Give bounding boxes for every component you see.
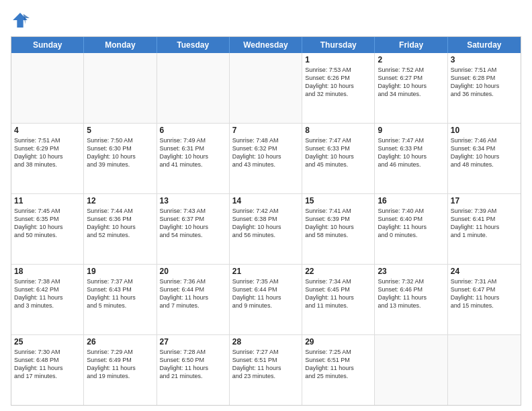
day-cell-18: 18Sunrise: 7:38 AM Sunset: 6:42 PM Dayli… [11, 265, 84, 334]
empty-cell-r4c6 [448, 335, 521, 405]
day-info: Sunrise: 7:32 AM Sunset: 6:46 PM Dayligh… [378, 277, 444, 310]
calendar-body: 1Sunrise: 7:53 AM Sunset: 6:26 PM Daylig… [11, 53, 521, 405]
day-cell-28: 28Sunrise: 7:27 AM Sunset: 6:51 PM Dayli… [230, 335, 302, 405]
day-info: Sunrise: 7:36 AM Sunset: 6:44 PM Dayligh… [160, 277, 226, 310]
weekday-header-wednesday: Wednesday [230, 37, 302, 53]
weekday-header-thursday: Thursday [302, 37, 375, 53]
empty-cell-r0c0 [11, 53, 84, 123]
empty-cell-r4c5 [375, 335, 447, 405]
calendar-row-1: 1Sunrise: 7:53 AM Sunset: 6:26 PM Daylig… [11, 53, 521, 124]
day-cell-23: 23Sunrise: 7:32 AM Sunset: 6:46 PM Dayli… [375, 265, 447, 334]
day-info: Sunrise: 7:53 AM Sunset: 6:26 PM Dayligh… [305, 66, 371, 99]
day-number: 7 [232, 126, 299, 135]
weekday-header-saturday: Saturday [448, 37, 521, 53]
day-cell-8: 8Sunrise: 7:47 AM Sunset: 6:33 PM Daylig… [302, 124, 375, 193]
day-info: Sunrise: 7:30 AM Sunset: 6:48 PM Dayligh… [14, 348, 81, 381]
day-cell-12: 12Sunrise: 7:44 AM Sunset: 6:36 PM Dayli… [84, 194, 157, 264]
day-number: 1 [305, 55, 371, 64]
calendar-row-3: 11Sunrise: 7:45 AM Sunset: 6:35 PM Dayli… [11, 194, 521, 265]
day-info: Sunrise: 7:29 AM Sunset: 6:49 PM Dayligh… [87, 348, 153, 381]
day-number: 24 [451, 267, 518, 276]
day-info: Sunrise: 7:28 AM Sunset: 6:50 PM Dayligh… [160, 348, 226, 381]
day-number: 18 [14, 267, 81, 276]
day-info: Sunrise: 7:51 AM Sunset: 6:28 PM Dayligh… [451, 66, 518, 99]
page: SundayMondayTuesdayWednesdayThursdayFrid… [0, 0, 532, 411]
day-info: Sunrise: 7:37 AM Sunset: 6:43 PM Dayligh… [87, 277, 153, 310]
day-number: 26 [87, 337, 153, 347]
day-info: Sunrise: 7:43 AM Sunset: 6:37 PM Dayligh… [160, 207, 226, 240]
day-cell-26: 26Sunrise: 7:29 AM Sunset: 6:49 PM Dayli… [84, 335, 157, 405]
day-info: Sunrise: 7:42 AM Sunset: 6:38 PM Dayligh… [232, 207, 299, 240]
day-number: 11 [14, 196, 81, 205]
day-cell-14: 14Sunrise: 7:42 AM Sunset: 6:38 PM Dayli… [230, 194, 302, 264]
day-cell-15: 15Sunrise: 7:41 AM Sunset: 6:39 PM Dayli… [302, 194, 375, 264]
weekday-header-tuesday: Tuesday [157, 37, 230, 53]
day-info: Sunrise: 7:45 AM Sunset: 6:35 PM Dayligh… [14, 207, 81, 240]
day-number: 28 [232, 337, 299, 347]
empty-cell-r0c1 [84, 53, 157, 123]
day-cell-11: 11Sunrise: 7:45 AM Sunset: 6:35 PM Dayli… [11, 194, 84, 264]
day-number: 21 [232, 267, 299, 276]
day-number: 8 [305, 126, 371, 135]
day-info: Sunrise: 7:34 AM Sunset: 6:45 PM Dayligh… [305, 277, 371, 310]
day-number: 27 [160, 337, 226, 347]
day-info: Sunrise: 7:35 AM Sunset: 6:44 PM Dayligh… [232, 277, 299, 310]
day-number: 16 [378, 196, 444, 205]
day-info: Sunrise: 7:40 AM Sunset: 6:40 PM Dayligh… [378, 207, 444, 240]
day-info: Sunrise: 7:47 AM Sunset: 6:33 PM Dayligh… [378, 136, 444, 169]
day-info: Sunrise: 7:50 AM Sunset: 6:30 PM Dayligh… [87, 136, 153, 169]
day-info: Sunrise: 7:52 AM Sunset: 6:27 PM Dayligh… [378, 66, 444, 99]
day-number: 4 [14, 126, 81, 135]
calendar-row-2: 4Sunrise: 7:51 AM Sunset: 6:29 PM Daylig… [11, 124, 521, 194]
day-info: Sunrise: 7:27 AM Sunset: 6:51 PM Dayligh… [232, 348, 299, 381]
calendar-header: SundayMondayTuesdayWednesdayThursdayFrid… [11, 37, 521, 53]
day-number: 20 [160, 267, 226, 276]
day-info: Sunrise: 7:41 AM Sunset: 6:39 PM Dayligh… [305, 207, 371, 240]
day-cell-16: 16Sunrise: 7:40 AM Sunset: 6:40 PM Dayli… [375, 194, 447, 264]
calendar-row-5: 25Sunrise: 7:30 AM Sunset: 6:48 PM Dayli… [11, 335, 521, 405]
day-cell-10: 10Sunrise: 7:46 AM Sunset: 6:34 PM Dayli… [448, 124, 521, 193]
logo [11, 11, 32, 30]
day-cell-25: 25Sunrise: 7:30 AM Sunset: 6:48 PM Dayli… [11, 335, 84, 405]
day-cell-6: 6Sunrise: 7:49 AM Sunset: 6:31 PM Daylig… [157, 124, 230, 193]
day-number: 6 [160, 126, 226, 135]
calendar-row-4: 18Sunrise: 7:38 AM Sunset: 6:42 PM Dayli… [11, 265, 521, 335]
day-cell-24: 24Sunrise: 7:31 AM Sunset: 6:47 PM Dayli… [448, 265, 521, 334]
day-number: 23 [378, 267, 444, 276]
day-number: 3 [451, 55, 518, 64]
day-cell-5: 5Sunrise: 7:50 AM Sunset: 6:30 PM Daylig… [84, 124, 157, 193]
day-cell-7: 7Sunrise: 7:48 AM Sunset: 6:32 PM Daylig… [230, 124, 302, 193]
day-cell-3: 3Sunrise: 7:51 AM Sunset: 6:28 PM Daylig… [448, 53, 521, 123]
weekday-header-monday: Monday [84, 37, 157, 53]
day-info: Sunrise: 7:44 AM Sunset: 6:36 PM Dayligh… [87, 207, 153, 240]
day-number: 15 [305, 196, 371, 205]
day-info: Sunrise: 7:25 AM Sunset: 6:51 PM Dayligh… [305, 348, 371, 381]
day-number: 17 [451, 196, 518, 205]
day-cell-29: 29Sunrise: 7:25 AM Sunset: 6:51 PM Dayli… [302, 335, 375, 405]
day-info: Sunrise: 7:48 AM Sunset: 6:32 PM Dayligh… [232, 136, 299, 169]
empty-cell-r0c2 [157, 53, 230, 123]
day-cell-4: 4Sunrise: 7:51 AM Sunset: 6:29 PM Daylig… [11, 124, 84, 193]
day-cell-21: 21Sunrise: 7:35 AM Sunset: 6:44 PM Dayli… [230, 265, 302, 334]
logo-icon [11, 11, 30, 30]
day-cell-17: 17Sunrise: 7:39 AM Sunset: 6:41 PM Dayli… [448, 194, 521, 264]
empty-cell-r0c3 [230, 53, 302, 123]
day-number: 5 [87, 126, 153, 135]
day-number: 12 [87, 196, 153, 205]
day-number: 19 [87, 267, 153, 276]
weekday-header-sunday: Sunday [11, 37, 84, 53]
day-info: Sunrise: 7:46 AM Sunset: 6:34 PM Dayligh… [451, 136, 518, 169]
day-cell-20: 20Sunrise: 7:36 AM Sunset: 6:44 PM Dayli… [157, 265, 230, 334]
header [11, 11, 521, 30]
day-number: 2 [378, 55, 444, 64]
day-cell-9: 9Sunrise: 7:47 AM Sunset: 6:33 PM Daylig… [375, 124, 447, 193]
day-info: Sunrise: 7:38 AM Sunset: 6:42 PM Dayligh… [14, 277, 81, 310]
day-number: 22 [305, 267, 371, 276]
day-number: 29 [305, 337, 371, 347]
day-info: Sunrise: 7:47 AM Sunset: 6:33 PM Dayligh… [305, 136, 371, 169]
day-info: Sunrise: 7:51 AM Sunset: 6:29 PM Dayligh… [14, 136, 81, 169]
day-cell-1: 1Sunrise: 7:53 AM Sunset: 6:26 PM Daylig… [302, 53, 375, 123]
calendar: SundayMondayTuesdayWednesdayThursdayFrid… [11, 36, 521, 406]
day-cell-13: 13Sunrise: 7:43 AM Sunset: 6:37 PM Dayli… [157, 194, 230, 264]
day-info: Sunrise: 7:49 AM Sunset: 6:31 PM Dayligh… [160, 136, 226, 169]
